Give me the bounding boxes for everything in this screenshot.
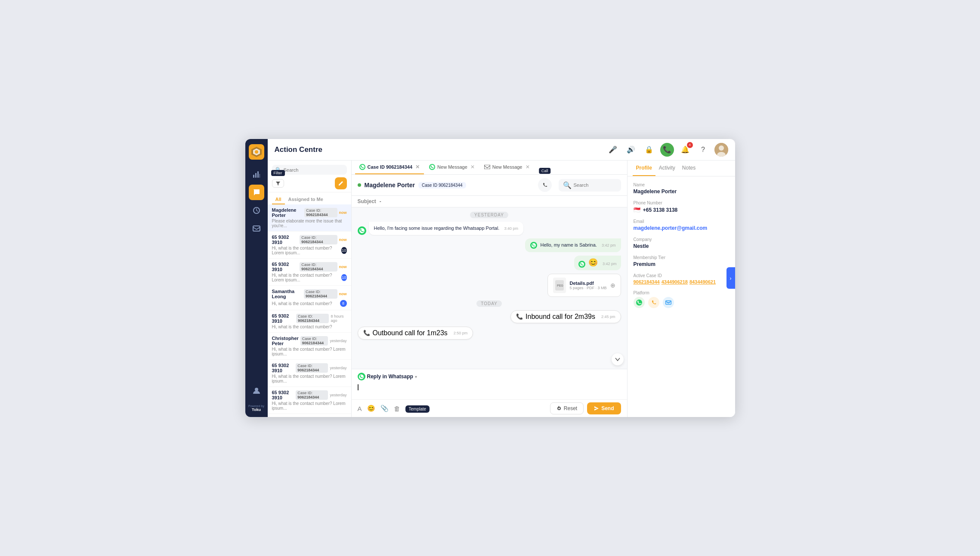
- message-row: 😊 3:42 pm: [358, 256, 621, 270]
- reply-type-row: Reply in Whatsapp ▾: [352, 369, 627, 382]
- list-item[interactable]: 65 9302 3910 Case ID: 9062184344 8 hours…: [268, 310, 351, 333]
- speaker-icon[interactable]: 🔊: [624, 143, 638, 157]
- list-item[interactable]: Christopher Peter Case ID: 9062184344 ye…: [268, 333, 351, 360]
- right-panel: Profile Activity Notes Name Magdelene Po…: [628, 161, 735, 417]
- nav-analytics[interactable]: [249, 167, 264, 182]
- message-bubble: 😊 3:42 pm: [574, 256, 621, 270]
- reply-actions: Reset Send: [550, 402, 621, 414]
- svg-point-1: [719, 145, 724, 151]
- mic-icon[interactable]: 🎤: [606, 143, 620, 157]
- name-field: Name Magdelene Porter: [634, 182, 729, 195]
- platform-call[interactable]: [648, 297, 659, 308]
- reply-input[interactable]: [352, 382, 627, 399]
- filter-row: Filter: [272, 177, 347, 189]
- chat-search-input[interactable]: [574, 182, 617, 188]
- nav-contacts[interactable]: [249, 383, 264, 398]
- list-item[interactable]: 65 9302 3910 Case ID: 9062184344 now Hi,…: [268, 232, 351, 259]
- help-icon[interactable]: ?: [696, 143, 710, 157]
- list-item[interactable]: 65 9302 3910 Case ID: 9062184344 now Hi,…: [268, 259, 351, 286]
- text-format-icon[interactable]: A: [358, 405, 362, 412]
- file-icon: PEG: [553, 278, 566, 293]
- messages-wrapper: YESTERDAY Hello, I'm facing some issue r…: [352, 207, 627, 369]
- call-active-icon[interactable]: 📞: [660, 143, 674, 157]
- email-value[interactable]: magdelene.porter@gmail.com: [634, 225, 729, 231]
- chat-tab-new1[interactable]: New Message ✕: [425, 161, 479, 174]
- email-field: Email magdelene.porter@gmail.com: [634, 219, 729, 231]
- whatsapp-icon: [359, 164, 365, 170]
- call-pill-inbound: 📞 Inbound call for 2m39s 2:45 pm: [510, 310, 621, 323]
- send-button[interactable]: Send: [587, 402, 621, 414]
- platform-whatsapp[interactable]: [634, 297, 645, 308]
- tab-close-1[interactable]: ✕: [415, 164, 420, 170]
- tab-profile[interactable]: Profile: [633, 161, 655, 176]
- compose-button[interactable]: [335, 177, 347, 189]
- case-badge: Case ID: 9062184344: [300, 262, 337, 272]
- reset-button[interactable]: Reset: [550, 402, 584, 414]
- attachment-icon[interactable]: 📎: [380, 405, 389, 412]
- tab-close-2[interactable]: ✕: [470, 164, 475, 170]
- search-box[interactable]: 🔍: [272, 165, 347, 175]
- phone-label: Phone Number: [634, 201, 729, 205]
- nav-history[interactable]: [249, 203, 264, 218]
- emoji-icon[interactable]: 😊: [367, 405, 375, 412]
- contact-name: 65 9302 3910: [272, 363, 294, 373]
- list-item[interactable]: 65 9302 3910 Case ID: 9062184344 yesterd…: [268, 414, 351, 417]
- file-download-button[interactable]: ⊕: [610, 282, 615, 289]
- unread-badge: 8: [340, 300, 347, 307]
- svg-rect-5: [253, 175, 254, 178]
- message-bubble: Hello, I'm facing some issue regarding t…: [369, 222, 524, 235]
- scroll-down-button[interactable]: [612, 353, 624, 365]
- tab-activity[interactable]: Activity: [655, 161, 679, 176]
- phone-number: +65 3138 3138: [643, 207, 677, 213]
- contact-time: yesterday: [330, 366, 346, 370]
- main-content: 🔍 Filter All Assigned to Me: [268, 161, 735, 417]
- list-item[interactable]: 65 9302 3910 Case ID: 9062184344 yesterd…: [268, 387, 351, 414]
- message-row: 📞 Outbound call for 1m23s 2:50 pm: [358, 327, 621, 340]
- nav-messages[interactable]: [249, 221, 264, 236]
- chat-tab-new2[interactable]: New Message ✕: [480, 161, 534, 174]
- svg-point-11: [255, 388, 258, 391]
- contact-preview: Hi, what is the contact number? Lorem ip…: [272, 273, 347, 282]
- list-item[interactable]: 65 9302 3910 Case ID: 9062184344 yesterd…: [268, 360, 351, 387]
- case-ids: 9062184344 4344906218 8434490621: [634, 279, 729, 284]
- tab-notes[interactable]: Notes: [679, 161, 699, 176]
- tab-all[interactable]: All: [272, 195, 285, 204]
- call-button[interactable]: Call: [538, 178, 552, 192]
- platform-email[interactable]: [663, 297, 674, 308]
- tab-assigned[interactable]: Assigned to Me: [285, 195, 327, 204]
- case-badge: Case ID: 9062184344: [304, 208, 337, 217]
- case-badge: Case ID: 9062184344: [300, 235, 337, 244]
- reply-toolbar: A 😊 📎 🗑 Template Reset Se: [352, 399, 627, 417]
- case-id-link-2[interactable]: 4344906218: [662, 279, 688, 284]
- profile-tabs: Profile Activity Notes: [628, 161, 735, 176]
- lock-icon[interactable]: 🔒: [642, 143, 656, 157]
- search-input[interactable]: [284, 167, 343, 173]
- tab-close-3[interactable]: ✕: [526, 164, 530, 170]
- reply-type-chevron[interactable]: ▾: [415, 374, 417, 379]
- case-id-link-1[interactable]: 9062184344: [634, 279, 660, 284]
- chat-tab-case[interactable]: Case ID 9062184344 ✕: [355, 161, 424, 174]
- list-item[interactable]: Samantha Leong Case ID: 9062184344 now H…: [268, 286, 351, 310]
- notification-bell[interactable]: 🔔 4: [678, 143, 692, 157]
- filter-button[interactable]: Filter: [272, 179, 284, 188]
- chat-search[interactable]: 🔍: [559, 179, 621, 192]
- chat-header: Magdelene Porter Case ID 9062184344 Call…: [352, 175, 627, 196]
- company-field: Company Nestle: [634, 237, 729, 249]
- expand-panel-button[interactable]: ›: [726, 267, 735, 289]
- contact-preview: Hi, what is the contact number? 8: [272, 300, 347, 307]
- list-item[interactable]: Magdelene Porter Case ID: 9062184344 now…: [268, 204, 351, 232]
- case-badge: Case ID: 9062184344: [296, 363, 328, 373]
- case-id-link-3[interactable]: 8434490621: [689, 279, 716, 284]
- notification-badge: 4: [687, 142, 693, 148]
- date-divider-today: TODAY: [476, 300, 502, 307]
- call-time: 2:45 pm: [601, 315, 615, 319]
- top-nav: Action Centre 🎤 🔊 🔒 📞 🔔 4 ?: [268, 139, 735, 161]
- case-tab-label: Case ID 9062184344: [368, 164, 413, 170]
- message-time: 3:40 pm: [504, 226, 518, 231]
- delete-icon[interactable]: 🗑: [394, 405, 400, 412]
- company-label: Company: [634, 237, 729, 242]
- user-avatar[interactable]: [714, 143, 728, 157]
- svg-rect-15: [665, 300, 671, 305]
- nav-chat[interactable]: [249, 185, 264, 200]
- svg-rect-12: [484, 165, 490, 169]
